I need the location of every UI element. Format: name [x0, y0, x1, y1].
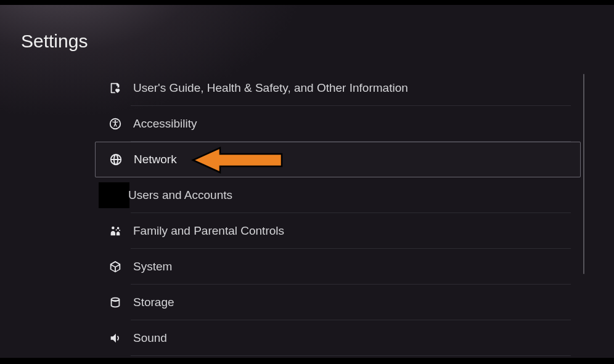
menu-label: Network: [134, 153, 177, 166]
menu-item-users-accounts[interactable]: Users and Accounts: [95, 177, 581, 213]
scrollbar[interactable]: [583, 74, 584, 274]
menu-label: System: [133, 260, 172, 273]
menu-label: User's Guide, Health & Safety, and Other…: [133, 81, 408, 95]
bottom-black-bar: [0, 358, 614, 364]
menu-item-sound[interactable]: Sound: [95, 320, 581, 356]
divider: [131, 355, 571, 356]
accessibility-icon: [107, 116, 123, 132]
menu-label: Family and Parental Controls: [133, 224, 284, 238]
menu-item-users-guide[interactable]: User's Guide, Health & Safety, and Other…: [95, 70, 581, 106]
menu-label: Users and Accounts: [128, 188, 232, 202]
menu-label: Accessibility: [133, 117, 197, 131]
top-black-bar: [0, 0, 614, 5]
menu-item-family-controls[interactable]: Family and Parental Controls: [95, 213, 581, 249]
menu-item-accessibility[interactable]: Accessibility: [95, 106, 581, 142]
guide-heart-icon: [107, 80, 123, 96]
settings-menu: User's Guide, Health & Safety, and Other…: [95, 70, 581, 356]
globe-icon: [108, 152, 124, 168]
family-icon: [107, 223, 123, 239]
masked-icon: [99, 182, 129, 208]
page-title: Settings: [21, 31, 88, 52]
menu-label: Sound: [133, 331, 167, 345]
menu-item-network[interactable]: Network: [95, 142, 581, 177]
speaker-icon: [107, 330, 123, 346]
cube-icon: [107, 259, 123, 275]
menu-item-system[interactable]: System: [95, 249, 581, 285]
menu-item-storage[interactable]: Storage: [95, 285, 581, 320]
menu-label: Storage: [133, 296, 174, 309]
storage-icon: [107, 294, 123, 310]
